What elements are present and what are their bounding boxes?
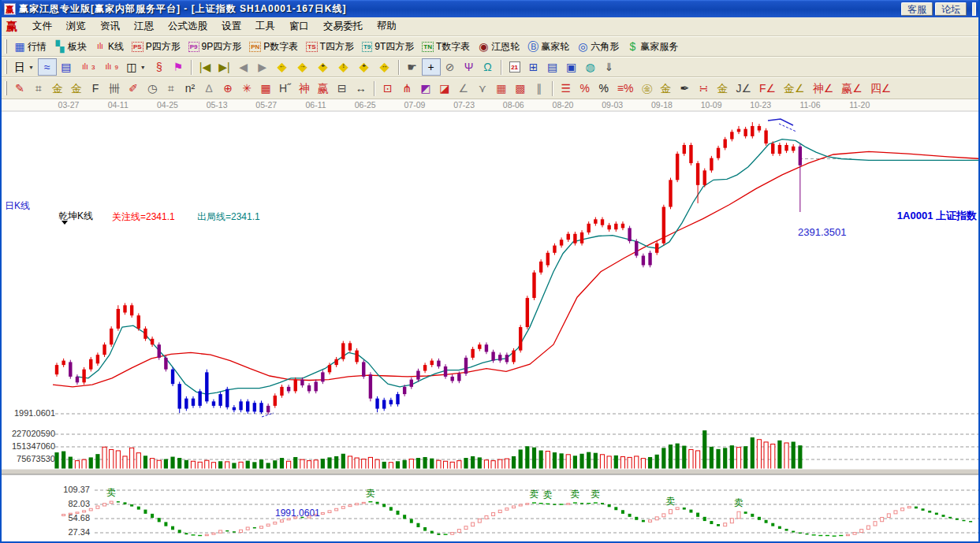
diamond-right-button[interactable]: ◆→ (293, 58, 313, 76)
v-lines-button[interactable]: ⋎ (473, 80, 492, 97)
p-number-table-button[interactable]: PNP数字表 (245, 38, 302, 55)
percent-tool-button[interactable]: % (594, 80, 613, 97)
brush-tool-button[interactable]: ✐ (124, 80, 143, 97)
fly-percent-button[interactable]: % (576, 80, 594, 97)
9p-square-button[interactable]: P99P四方形 (184, 38, 245, 55)
gold-angle-button[interactable]: 金∠ (780, 80, 809, 97)
wave-tool-button[interactable]: ∺ (694, 80, 713, 97)
p-square-button[interactable]: PSP四方形 (128, 38, 184, 55)
h-span-button[interactable]: ↔ (352, 80, 371, 97)
n-square-button[interactable]: n² (181, 80, 199, 97)
hand-drag-button[interactable]: ☛ (403, 58, 422, 76)
gold-grid-1-button[interactable]: 金 (48, 80, 67, 97)
grid-red-button[interactable]: ▦ (492, 80, 511, 97)
t-number-table-button[interactable]: TNT数字表 (418, 38, 474, 55)
menu-item-help[interactable]: 帮助 (370, 17, 404, 35)
menu-item-window[interactable]: 窗口 (282, 17, 316, 35)
candle-style-button[interactable]: ◫▼ (122, 58, 150, 76)
save-button[interactable]: ▣ (562, 58, 581, 76)
winner-service-button[interactable]: $赢家服务 (623, 38, 682, 55)
tool-purple-button[interactable]: Ψ (460, 58, 479, 76)
gold-circle-button[interactable]: ㊎ (637, 80, 656, 97)
flag-chart-button[interactable]: ⚑ (169, 58, 188, 76)
angle-ruler-button[interactable]: ∆ (199, 80, 218, 97)
chart-region[interactable]: 03-2704-1104-2505-1305-2706-1106-2507-09… (2, 99, 980, 543)
menu-item-news[interactable]: 资讯 (93, 17, 127, 35)
period-label[interactable]: 日K线 (5, 199, 30, 213)
h-mark-button[interactable]: H˝ (275, 80, 295, 97)
chart-canvas[interactable]: 03-2704-1104-2505-1305-2706-1106-2507-09… (2, 99, 980, 543)
zigzag-view-button[interactable]: ≈ (38, 58, 57, 76)
titlebar-button-forum[interactable]: 论坛 (935, 2, 967, 16)
box-corner-button[interactable]: ⊡ (378, 80, 397, 97)
data-download-button[interactable]: ⇓ (600, 58, 619, 76)
t-square-button[interactable]: TST四方形 (302, 38, 358, 55)
starburst-tool-button[interactable]: ✳ (237, 80, 256, 97)
diamond-cross-button[interactable]: ◆+ (354, 58, 374, 76)
knife-tool-button[interactable]: ✎ (10, 80, 29, 97)
shen-grid-button[interactable]: 神 (295, 80, 314, 97)
win-grid-button[interactable]: 赢 (314, 80, 333, 97)
toolbar-grip[interactable] (5, 39, 7, 54)
sector-blocks-button[interactable]: ▚板块 (50, 38, 91, 55)
tool-teal-button[interactable]: Ω (479, 58, 497, 76)
menu-item-tools[interactable]: 工具 (248, 17, 282, 35)
menu-item-gann[interactable]: 江恩 (127, 17, 161, 35)
j-angle-button[interactable]: J∠ (732, 80, 755, 97)
angle-lines-button[interactable]: ∠ (454, 80, 473, 97)
menu-item-settings[interactable]: 设置 (214, 17, 248, 35)
gann-wheel-button[interactable]: ◉江恩轮 (474, 38, 524, 55)
pane-splitter[interactable] (2, 469, 980, 474)
9t-square-button[interactable]: T99T四方形 (358, 38, 418, 55)
web-info-button[interactable]: ◍ (581, 58, 600, 76)
hexagon-button[interactable]: ◎六角形 (573, 38, 623, 55)
overlay-dropdown-arrow-icon[interactable] (61, 221, 68, 225)
diamond-wide-button[interactable]: ◆↔ (374, 58, 395, 76)
web-grid-button[interactable]: ▦ (256, 80, 275, 97)
kline-chart-button[interactable]: ılıK线 (91, 38, 128, 55)
pattern-tool-button[interactable]: § (150, 58, 169, 76)
toolbar-grip[interactable] (5, 60, 7, 74)
shen-angle-button[interactable]: 神∠ (809, 80, 838, 97)
measure-button[interactable]: ⊘ (441, 58, 460, 76)
parallel-lines-button[interactable]: ∥ (530, 80, 549, 97)
calculator-button[interactable]: ⊞ (524, 58, 543, 76)
titlebar-button-customer-service[interactable]: 客服 (901, 2, 933, 16)
gold-bars-button[interactable]: 金 (656, 80, 675, 97)
win-angle-button[interactable]: 赢∠ (837, 80, 866, 97)
gold-grid-2-button[interactable]: 金 (67, 80, 86, 97)
calendar-button[interactable]: 21 (505, 58, 524, 76)
ruler-123-button[interactable]: ⊟ (333, 80, 352, 97)
step-back-button[interactable]: ◀ (234, 58, 253, 76)
target-tool-button[interactable]: ⊕ (218, 80, 237, 97)
bars-3-button[interactable]: ılı3 (76, 58, 99, 76)
ladder-tool-button[interactable]: ☰ (557, 80, 576, 97)
menu-item-file[interactable]: 文件 (25, 17, 59, 35)
toolbar-grip[interactable] (5, 81, 7, 95)
step-forward-button[interactable]: ▶ (253, 58, 272, 76)
menu-item-trade-entrust[interactable]: 交易委托 (316, 17, 370, 35)
period-day-button[interactable]: 日▼ (10, 58, 38, 76)
bars-9-button[interactable]: ılı9 (99, 58, 121, 76)
menu-item-formula-stock-pick[interactable]: 公式选股 (161, 17, 214, 35)
grid-tool-button[interactable]: ⌗ (29, 80, 48, 97)
info-panel-button[interactable]: ▤ (57, 58, 76, 76)
go-first-button[interactable]: |◀ (196, 58, 214, 76)
diamond-updown-button[interactable]: ◆↕ (333, 58, 354, 76)
fan-square-1-button[interactable]: ◩ (416, 80, 435, 97)
crosshair-button[interactable]: + (422, 58, 441, 76)
multi-percent-button[interactable]: ≡% (613, 80, 638, 97)
diamond-left-button[interactable]: ◆← (272, 58, 293, 76)
menu-item-browse[interactable]: 浏览 (59, 17, 93, 35)
f-grid-button[interactable]: F (86, 80, 105, 97)
ray-fan-button[interactable]: ⋔ (397, 80, 416, 97)
four-angle-button[interactable]: 四∠ (866, 80, 896, 97)
diamond-center-button[interactable]: ◆+ (313, 58, 333, 76)
time-wheel-button[interactable]: ◷ (143, 80, 162, 97)
ink-pen-button[interactable]: ✒ (675, 80, 694, 97)
titlebar-button-partial[interactable] (972, 2, 976, 16)
five-grid-button[interactable]: 卌 (105, 80, 124, 97)
grid-frame-button[interactable]: ▩ (511, 80, 530, 97)
winner-wheel-button[interactable]: Ⓑ赢家轮 (524, 38, 573, 55)
fan-square-2-button[interactable]: ◪ (435, 80, 454, 97)
